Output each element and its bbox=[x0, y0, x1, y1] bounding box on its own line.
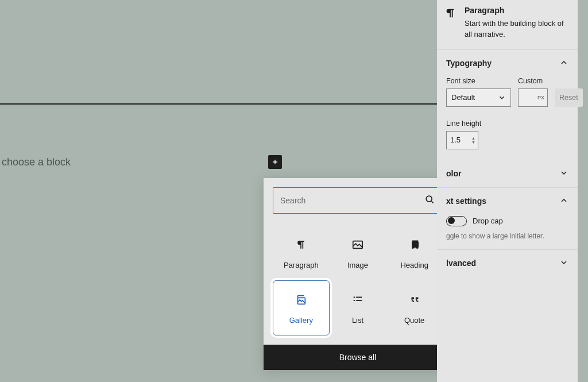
block-item-label: List bbox=[352, 316, 363, 325]
color-toggle[interactable]: olor bbox=[437, 160, 578, 187]
block-item-label: Quote bbox=[404, 316, 424, 325]
heading-icon bbox=[410, 237, 419, 253]
text-settings-toggle[interactable]: xt settings bbox=[437, 188, 578, 215]
drop-cap-label: Drop cap bbox=[473, 217, 503, 225]
block-placeholder-text[interactable]: choose a block bbox=[2, 156, 71, 168]
block-grid: Paragraph Image Heading Gallery bbox=[273, 214, 443, 335]
drop-cap-description: ggle to show a large initial letter. bbox=[437, 232, 578, 249]
block-item-label: Heading bbox=[400, 261, 428, 269]
plus-icon bbox=[270, 157, 280, 167]
paragraph-icon bbox=[444, 6, 458, 40]
custom-label: Custom bbox=[518, 77, 548, 85]
gallery-icon bbox=[295, 292, 307, 308]
typography-toggle[interactable]: Typography bbox=[437, 50, 578, 77]
line-height-input[interactable]: 1.5 ▲▼ bbox=[446, 131, 478, 149]
reset-button[interactable]: Reset bbox=[555, 88, 583, 107]
typography-panel: Typography Font size Default Custom PX bbox=[437, 50, 578, 160]
block-item-image[interactable]: Image bbox=[330, 225, 386, 280]
line-height-label: Line height bbox=[446, 119, 568, 128]
browse-all-button[interactable]: Browse all bbox=[264, 345, 452, 370]
paragraph-icon bbox=[295, 237, 307, 253]
block-description: Start with the building block of all nar… bbox=[465, 18, 571, 40]
chevron-down-icon bbox=[559, 168, 568, 179]
section-title: olor bbox=[446, 169, 461, 178]
font-size-value: Default bbox=[451, 93, 475, 102]
svg-rect-5 bbox=[354, 300, 355, 301]
svg-point-0 bbox=[426, 196, 432, 202]
custom-size-input[interactable]: PX bbox=[518, 88, 548, 107]
block-info: Paragraph Start with the building block … bbox=[437, 0, 578, 50]
svg-rect-4 bbox=[356, 296, 362, 298]
block-item-quote[interactable]: Quote bbox=[386, 280, 443, 335]
font-size-select[interactable]: Default bbox=[446, 88, 511, 107]
block-item-label: Gallery bbox=[289, 316, 313, 325]
settings-sidebar: Paragraph Start with the building block … bbox=[437, 0, 578, 382]
block-item-label: Image bbox=[347, 261, 368, 269]
text-settings-panel: xt settings Drop cap ggle to show a larg… bbox=[437, 188, 578, 250]
block-item-heading[interactable]: Heading bbox=[386, 225, 443, 280]
block-search[interactable] bbox=[273, 187, 443, 214]
custom-unit: PX bbox=[537, 95, 544, 101]
svg-rect-6 bbox=[356, 300, 362, 301]
advanced-toggle[interactable]: lvanced bbox=[437, 250, 578, 277]
block-item-label: Paragraph bbox=[284, 261, 319, 269]
quote-icon bbox=[408, 292, 421, 308]
chevron-down-icon bbox=[559, 258, 568, 269]
search-icon bbox=[424, 194, 435, 207]
section-title: Typography bbox=[446, 59, 492, 68]
block-item-gallery[interactable]: Gallery bbox=[273, 280, 330, 335]
image-icon bbox=[351, 237, 364, 253]
number-stepper-icon[interactable]: ▲▼ bbox=[471, 136, 475, 144]
chevron-up-icon bbox=[559, 196, 568, 207]
list-icon bbox=[351, 292, 364, 308]
block-search-input[interactable] bbox=[280, 196, 424, 205]
chevron-down-icon bbox=[498, 94, 506, 102]
block-item-list[interactable]: List bbox=[330, 280, 386, 335]
add-block-button[interactable] bbox=[268, 155, 282, 169]
advanced-panel: lvanced bbox=[437, 250, 578, 277]
chevron-up-icon bbox=[559, 58, 568, 69]
block-picker-popover: Paragraph Image Heading Gallery bbox=[264, 178, 452, 370]
block-name: Paragraph bbox=[465, 6, 571, 15]
cover-block-divider bbox=[0, 103, 437, 105]
line-height-value: 1.5 bbox=[450, 136, 461, 144]
svg-rect-3 bbox=[354, 296, 355, 298]
section-title: xt settings bbox=[446, 196, 486, 206]
color-panel: olor bbox=[437, 160, 578, 188]
block-item-paragraph[interactable]: Paragraph bbox=[273, 225, 330, 280]
section-title: lvanced bbox=[446, 258, 476, 268]
font-size-label: Font size bbox=[446, 77, 511, 85]
drop-cap-toggle[interactable] bbox=[446, 216, 467, 226]
